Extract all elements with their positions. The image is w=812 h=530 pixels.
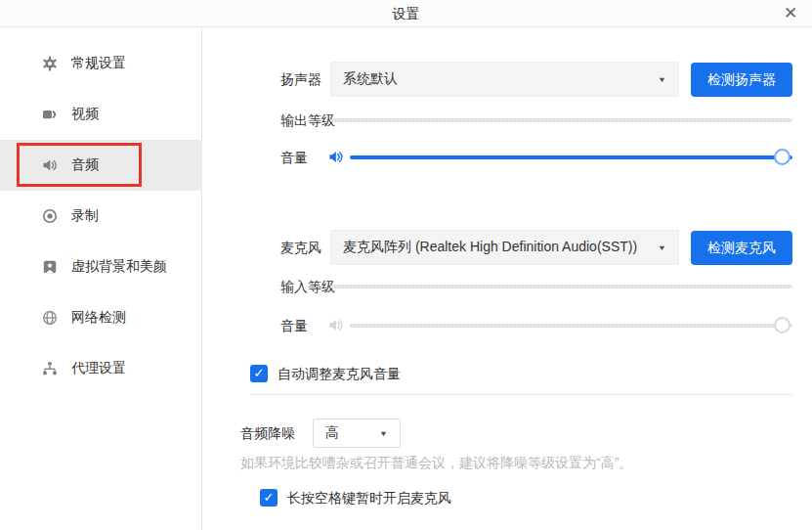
- volume-icon: [328, 149, 345, 165]
- test-speaker-button[interactable]: 检测扬声器: [691, 63, 792, 97]
- sidebar-item-recording[interactable]: 录制: [0, 191, 202, 242]
- sidebar-item-label: 音频: [71, 156, 99, 174]
- sidebar-item-network-test[interactable]: 网络检测: [0, 292, 202, 343]
- mic-volume-label: 音量: [280, 316, 308, 335]
- test-mic-button[interactable]: 检测麦克风: [691, 231, 792, 265]
- input-level-label: 输入等级: [280, 277, 335, 296]
- mic-volume-slider[interactable]: [350, 324, 792, 328]
- sidebar-item-label: 视频: [71, 106, 99, 123]
- chevron-down-icon: ▼: [379, 429, 388, 438]
- sidebar-item-video[interactable]: 视频: [0, 89, 202, 140]
- mic-volume-slider-handle[interactable]: [774, 317, 791, 333]
- sidebar-item-label: 虚拟背景和美颜: [71, 258, 167, 276]
- proxy-nodes-icon: [42, 361, 58, 376]
- check-icon: ✓: [254, 366, 265, 380]
- auto-adjust-mic-label: 自动调整麦克风音量: [278, 364, 401, 383]
- output-level-meter: [330, 118, 792, 122]
- speaker-device-value: 系统默认: [343, 70, 658, 88]
- speaker-device-select[interactable]: 系统默认 ▼: [330, 62, 679, 97]
- noise-reduction-select[interactable]: 高 ▼: [313, 419, 401, 448]
- sidebar-item-label: 录制: [71, 207, 99, 225]
- portrait-icon: [42, 259, 58, 275]
- sidebar-item-label: 常规设置: [71, 55, 126, 72]
- video-camera-icon: [42, 107, 58, 122]
- close-icon[interactable]: ✕: [779, 2, 802, 25]
- chevron-down-icon: ▼: [658, 243, 666, 252]
- record-icon: [42, 208, 58, 224]
- settings-window: 设置 ✕ 常规设置 视频: [0, 0, 812, 530]
- speaker-volume-slider-handle[interactable]: [774, 149, 791, 165]
- check-icon: ✓: [264, 490, 275, 505]
- sidebar: 常规设置 视频 音频 录制: [0, 27, 202, 530]
- titlebar: 设置 ✕: [0, 0, 812, 27]
- globe-icon: [42, 310, 58, 326]
- sidebar-item-audio[interactable]: 音频: [0, 140, 202, 191]
- mic-device-select[interactable]: 麦克风阵列 (Realtek High Definition Audio(SST…: [330, 230, 679, 265]
- mic-device-label: 麦克风: [280, 230, 321, 265]
- noise-reduction-value: 高: [325, 424, 379, 442]
- sidebar-item-label: 网络检测: [71, 309, 126, 327]
- sidebar-item-general[interactable]: 常规设置: [0, 38, 202, 89]
- output-level-label: 输出等级: [280, 110, 335, 130]
- section-divider: [250, 394, 792, 395]
- mic-device-value: 麦克风阵列 (Realtek High Definition Audio(SST…: [343, 239, 658, 256]
- speaker-icon: [42, 157, 58, 173]
- speaker-volume-slider[interactable]: [350, 155, 792, 159]
- push-to-talk-label: 长按空格键暂时开启麦克风: [287, 488, 451, 508]
- sidebar-item-label: 代理设置: [71, 360, 126, 377]
- chevron-down-icon: ▼: [658, 75, 666, 84]
- speaker-volume-label: 音量: [280, 148, 308, 167]
- push-to-talk-checkbox[interactable]: ✓: [260, 489, 278, 507]
- gear-icon: [42, 56, 58, 71]
- volume-muted-icon: [328, 317, 345, 333]
- noise-reduction-label: 音频降噪: [240, 419, 295, 448]
- speaker-device-label: 扬声器: [280, 62, 321, 97]
- input-level-meter: [330, 285, 792, 288]
- auto-adjust-mic-checkbox[interactable]: ✓: [250, 365, 268, 382]
- noise-reduction-hint: 如果环境比较嘈杂或召开普通会议，建议将降噪等级设置为“高”。: [240, 453, 632, 472]
- window-title: 设置: [0, 0, 812, 27]
- sidebar-item-virtual-background[interactable]: 虚拟背景和美颜: [0, 242, 202, 292]
- sidebar-item-proxy[interactable]: 代理设置: [0, 343, 202, 394]
